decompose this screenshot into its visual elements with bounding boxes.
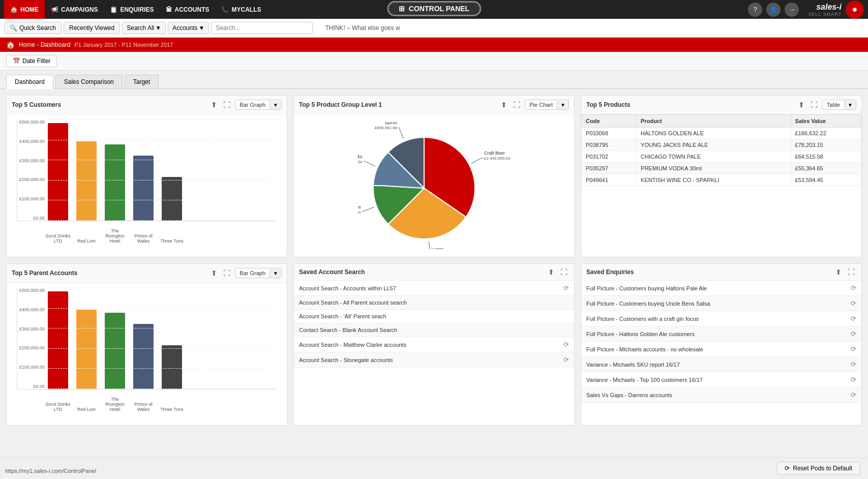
- table-row[interactable]: P035297PREMIUM VODKA 30ml£55,364.65: [582, 163, 861, 174]
- col-header-sales-value: Sales Value: [791, 115, 861, 128]
- bar-group[interactable]: Scrut Drinks LTD: [48, 123, 68, 221]
- pod-top5-parent-accounts-chart-type[interactable]: Bar Graph ▼: [235, 268, 282, 278]
- table-row[interactable]: P049641KENTISH WINE CO - SPARKLI£53,594.…: [582, 174, 861, 186]
- list-item[interactable]: Full Picture - Customers buying Uncle Be…: [581, 296, 861, 311]
- saved-account-search-item-label: Contact Search - Blank Account Search: [299, 327, 397, 333]
- breadcrumb-date: P1 January 2017 - P11 November 2017: [74, 42, 173, 48]
- list-item[interactable]: Account Search - Accounts within LL57⟳: [294, 281, 574, 296]
- bar-group[interactable]: Scrut Drinks LTD: [48, 291, 68, 389]
- pod-saved-account-search-expand-icon[interactable]: ⛶: [559, 268, 569, 276]
- recently-viewed-button[interactable]: Recently Viewed: [64, 22, 120, 34]
- reload-icon[interactable]: ⟳: [851, 391, 856, 399]
- bar-group[interactable]: The Rivington Hotel: [105, 313, 125, 389]
- reload-icon[interactable]: ⟳: [851, 345, 856, 353]
- nav-item-home[interactable]: 🏠 HOME: [4, 0, 45, 19]
- reload-icon[interactable]: ⟳: [851, 361, 856, 368]
- control-panel-badge[interactable]: ⊞ CONTROL PANEL: [387, 1, 481, 16]
- pod-top5-customers: Top 5 Customers ⬆ ⛶ Bar Graph ▼ £0.00£10…: [6, 95, 287, 257]
- help-button[interactable]: ?: [748, 3, 762, 17]
- table-row[interactable]: P038795YOUNG JACKS PALE ALE£78,203.15: [582, 139, 861, 151]
- bar-group[interactable]: Three Tuns: [162, 345, 182, 389]
- pod-saved-account-search-move-icon[interactable]: ⬆: [547, 268, 556, 276]
- pod-top5-customers-chart-type[interactable]: Bar Graph ▼: [235, 100, 282, 110]
- list-item[interactable]: Account Search - Stonegate accounts⟳: [294, 352, 574, 368]
- nav-item-accounts[interactable]: 🏛 ACCOUNTS: [160, 0, 215, 19]
- list-item[interactable]: Full Picture - Customers buying Haltons …: [581, 281, 861, 296]
- chart-type-chevron-icon[interactable]: ▼: [557, 101, 568, 109]
- saved-enquiries-list: Full Picture - Customers buying Haltons …: [581, 281, 861, 403]
- reload-icon[interactable]: ⟳: [851, 315, 856, 322]
- bar-group[interactable]: Red Lion: [76, 310, 97, 389]
- think-text: THINK! – What else goes w: [325, 24, 400, 32]
- list-item[interactable]: Account Search - 'All' Parent seach: [294, 310, 574, 323]
- pod-saved-enquiries-move-icon[interactable]: ⬆: [834, 268, 843, 276]
- saved-enquiry-item-label: Full Picture - Customers buying Uncle Be…: [586, 301, 710, 307]
- user-button[interactable]: 👤: [766, 3, 781, 17]
- chevron-down-icon: ▼: [198, 24, 204, 32]
- nav-item-mycalls[interactable]: 📞 MYCALLS: [215, 0, 267, 19]
- chart-type-chevron-icon[interactable]: ▼: [270, 101, 281, 109]
- pod-top5-products-move-icon[interactable]: ⬆: [797, 101, 806, 109]
- svg-text:Spirits: Spirits: [384, 122, 398, 125]
- svg-text:Craft Beer: Craft Beer: [484, 151, 505, 156]
- pod-top5-products: Top 5 Products ⬆ ⛶ Table ▼ Code Product: [581, 95, 862, 257]
- chart-type-chevron-icon[interactable]: ▼: [844, 101, 856, 109]
- table-row[interactable]: P033068HALTONS GOLDEN ALE£186,632.22: [582, 128, 861, 139]
- pod-top5-products-chart-type[interactable]: Table ▼: [822, 100, 856, 110]
- pod-top5-product-group-expand-icon[interactable]: ⛶: [512, 101, 522, 109]
- saved-account-search-list: Account Search - Accounts within LL57⟳Ac…: [294, 281, 574, 368]
- saved-account-search-item-label: Account Search - All Parent account sear…: [299, 300, 407, 306]
- pod-top5-customers-move-icon[interactable]: ⬆: [209, 101, 219, 109]
- pod-top5-products-expand-icon[interactable]: ⛶: [809, 101, 819, 109]
- list-item[interactable]: Account Search - Matthew Clarke accounts…: [294, 337, 574, 352]
- saved-account-search-item-label: Account Search - Matthew Clarke accounts: [299, 342, 406, 348]
- pod-top5-product-group-move-icon[interactable]: ⬆: [499, 101, 508, 109]
- col-header-product: Product: [637, 115, 791, 128]
- bar-group[interactable]: Red Lion: [76, 141, 97, 221]
- search-input[interactable]: [211, 22, 313, 34]
- bar: [105, 144, 125, 221]
- quick-search-button[interactable]: 🔍 Quick Search: [4, 22, 62, 34]
- reload-icon[interactable]: ⟳: [851, 330, 856, 338]
- saved-enquiries-scroll[interactable]: Full Picture - Customers buying Haltons …: [581, 281, 861, 403]
- list-item[interactable]: Contact Search - Blank Account Search: [294, 323, 574, 337]
- chart-type-chevron-icon[interactable]: ▼: [270, 269, 281, 278]
- nav-item-enquiries[interactable]: 📋 ENQUIRIES: [104, 0, 160, 19]
- nav-item-campaigns[interactable]: 📢 CAMPAIGNS: [45, 0, 104, 19]
- table-row[interactable]: P031702CHICAGO TOWN PALE£64,515.58: [582, 151, 861, 163]
- list-item[interactable]: Variance - Michaels - Top 100 customers …: [581, 372, 861, 387]
- forward-button[interactable]: →: [785, 3, 799, 17]
- date-filter-button[interactable]: 📅 Date Filter: [6, 55, 57, 67]
- tab-sales-comparison[interactable]: Sales Comparison: [55, 75, 123, 88]
- svg-text:£2,443,955.03: £2,443,955.03: [484, 156, 511, 161]
- list-item[interactable]: Sales Vs Gaps - Darrens accounts⟳: [581, 387, 861, 403]
- search-all-dropdown[interactable]: Search All ▼: [122, 22, 166, 34]
- pod-top5-parent-accounts-title: Top 5 Parent Accounts: [12, 270, 77, 277]
- pod-top5-parent-accounts-move-icon[interactable]: ⬆: [209, 269, 219, 277]
- pod-saved-enquiries-expand-icon[interactable]: ⛶: [846, 268, 856, 276]
- list-item[interactable]: Full Picture - Haltons Golden Ale custom…: [581, 326, 861, 342]
- bar-group[interactable]: Prince of Wales: [133, 156, 154, 221]
- pod-top5-product-group-chart-type[interactable]: Pie Chart ▼: [525, 100, 569, 110]
- tab-target[interactable]: Target: [125, 75, 159, 88]
- tab-dashboard[interactable]: Dashboard: [6, 75, 53, 89]
- list-item[interactable]: Account Search - All Parent account sear…: [294, 296, 574, 310]
- list-item[interactable]: Variance - Michaels SKU report 16/17⟳: [581, 357, 861, 372]
- reload-icon[interactable]: ⟳: [851, 376, 856, 383]
- reload-icon[interactable]: ⟳: [851, 300, 856, 307]
- pod-top5-parent-accounts-expand-icon[interactable]: ⛶: [222, 269, 232, 277]
- list-item[interactable]: Full Picture - MIchaels accounts - no wh…: [581, 342, 861, 357]
- table-cell-salesValue: £186,632.22: [791, 128, 861, 139]
- reload-icon[interactable]: ⟳: [563, 341, 569, 348]
- pod-top5-customers-expand-icon[interactable]: ⛶: [222, 101, 232, 109]
- list-item[interactable]: Full Picture - Customers with a craft gi…: [581, 311, 861, 326]
- reload-icon[interactable]: ⟳: [851, 284, 856, 292]
- bar-group[interactable]: Prince of Wales: [133, 324, 154, 389]
- bar-group[interactable]: Three Tuns: [162, 177, 182, 221]
- accounts-dropdown[interactable]: Accounts ▼: [168, 22, 209, 34]
- reload-icon[interactable]: ⟳: [563, 284, 569, 292]
- table-cell-code: P038795: [582, 139, 637, 151]
- bar: [76, 141, 97, 221]
- reload-icon[interactable]: ⟳: [563, 356, 569, 364]
- bar-group[interactable]: The Rivington Hotel: [105, 144, 125, 221]
